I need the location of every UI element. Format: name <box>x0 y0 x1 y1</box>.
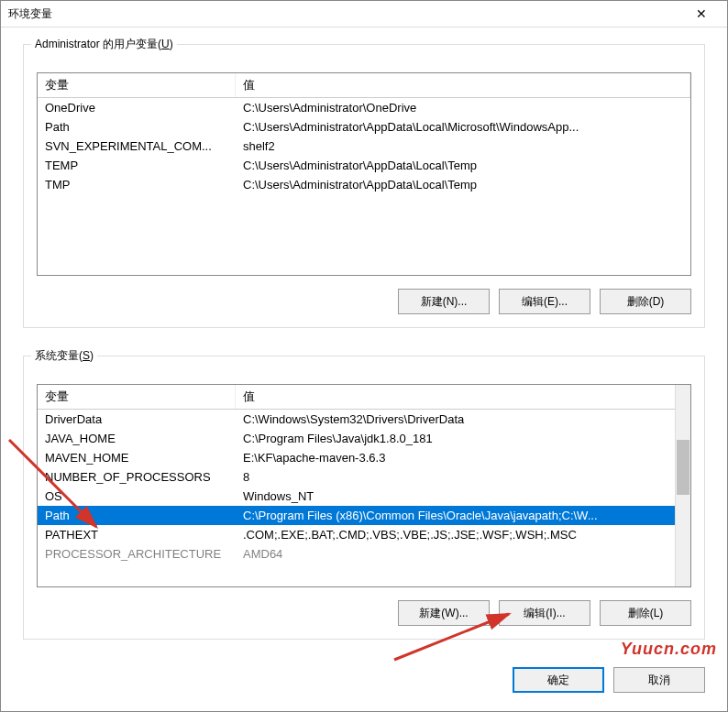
cell-variable-value: C:\Users\Administrator\OneDrive <box>236 98 690 117</box>
system-buttons: 新建(W)... 编辑(I)... 删除(L) <box>37 600 691 626</box>
system-variables-legend: 系统变量(S) <box>31 348 97 364</box>
user-edit-button[interactable]: 编辑(E)... <box>499 289 590 314</box>
cell-variable-value: shelf2 <box>236 137 690 156</box>
col-value[interactable]: 值 <box>236 73 690 97</box>
system-new-button[interactable]: 新建(W)... <box>398 600 490 626</box>
cell-variable-value: C:\Users\Administrator\AppData\Local\Tem… <box>236 175 690 194</box>
cell-variable-name: DriverData <box>38 410 236 429</box>
user-new-button[interactable]: 新建(N)... <box>398 289 490 314</box>
cell-variable-name: TEMP <box>38 156 236 175</box>
table-row[interactable]: PathC:\Users\Administrator\AppData\Local… <box>38 117 690 137</box>
col-value[interactable]: 值 <box>236 385 690 409</box>
cancel-button[interactable]: 取消 <box>613 667 705 693</box>
table-header: 变量 值 <box>38 385 690 410</box>
table-row[interactable]: OneDriveC:\Users\Administrator\OneDrive <box>38 98 690 117</box>
user-variables-group: Administrator 的用户变量(U) 变量 值 OneDriveC:\U… <box>23 44 705 328</box>
titlebar: 环境变量 ✕ <box>1 1 727 27</box>
table-row[interactable]: JAVA_HOMEC:\Program Files\Java\jdk1.8.0_… <box>38 429 690 448</box>
cell-variable-name: MAVEN_HOME <box>38 448 236 467</box>
cell-variable-name: NUMBER_OF_PROCESSORS <box>38 467 236 487</box>
env-vars-dialog: 环境变量 ✕ Administrator 的用户变量(U) 变量 值 OneDr… <box>0 0 728 712</box>
window-title: 环境变量 <box>8 6 683 22</box>
dialog-footer: 确定 取消 <box>1 667 727 711</box>
cell-variable-value: E:\KF\apache-maven-3.6.3 <box>236 448 690 467</box>
cell-variable-value: C:\Program Files\Java\jdk1.8.0_181 <box>236 429 690 448</box>
cell-variable-value: C:\Windows\System32\Drivers\DriverData <box>236 410 690 429</box>
system-variables-group: 系统变量(S) 变量 值 DriverDataC:\Windows\System… <box>23 356 705 640</box>
table-row[interactable]: TMPC:\Users\Administrator\AppData\Local\… <box>38 175 690 194</box>
watermark: Yuucn.com <box>621 640 717 659</box>
cell-variable-name: TMP <box>38 175 236 194</box>
ok-button[interactable]: 确定 <box>513 667 604 693</box>
scrollbar-thumb[interactable] <box>677 440 689 495</box>
table-row[interactable]: DriverDataC:\Windows\System32\Drivers\Dr… <box>38 410 690 429</box>
close-icon[interactable]: ✕ <box>683 6 720 21</box>
table-row[interactable]: SVN_EXPERIMENTAL_COM...shelf2 <box>38 137 690 156</box>
cell-variable-name: OneDrive <box>38 98 236 117</box>
cell-variable-name: Path <box>38 117 236 137</box>
col-variable[interactable]: 变量 <box>38 385 236 409</box>
cell-variable-name: Path <box>38 506 236 525</box>
cell-variable-value: C:\Program Files (x86)\Common Files\Orac… <box>236 506 690 525</box>
table-row[interactable]: MAVEN_HOMEE:\KF\apache-maven-3.6.3 <box>38 448 690 467</box>
cell-variable-value: C:\Users\Administrator\AppData\Local\Mic… <box>236 117 690 137</box>
table-row[interactable]: PROCESSOR_ARCHITECTUREAMD64 <box>38 544 690 564</box>
cell-variable-name: SVN_EXPERIMENTAL_COM... <box>38 137 236 156</box>
table-row[interactable]: NUMBER_OF_PROCESSORS8 <box>38 467 690 487</box>
table-header: 变量 值 <box>38 73 690 98</box>
cell-variable-name: PROCESSOR_ARCHITECTURE <box>38 544 236 564</box>
system-variables-table[interactable]: 变量 值 DriverDataC:\Windows\System32\Drive… <box>37 384 691 587</box>
user-variables-table[interactable]: 变量 值 OneDriveC:\Users\Administrator\OneD… <box>37 72 691 276</box>
col-variable[interactable]: 变量 <box>38 73 236 97</box>
cell-variable-value: C:\Users\Administrator\AppData\Local\Tem… <box>236 156 690 175</box>
user-variables-legend: Administrator 的用户变量(U) <box>31 37 177 52</box>
cell-variable-value: Windows_NT <box>236 487 690 506</box>
system-delete-button[interactable]: 删除(L) <box>600 600 691 626</box>
system-edit-button[interactable]: 编辑(I)... <box>499 600 590 626</box>
scrollbar-vertical[interactable] <box>675 385 690 586</box>
table-row[interactable]: OSWindows_NT <box>38 487 690 506</box>
table-row[interactable]: PathC:\Program Files (x86)\Common Files\… <box>38 506 690 525</box>
cell-variable-name: PATHEXT <box>38 525 236 544</box>
table-row[interactable]: PATHEXT.COM;.EXE;.BAT;.CMD;.VBS;.VBE;.JS… <box>38 525 690 544</box>
cell-variable-value: AMD64 <box>236 544 690 564</box>
cell-variable-name: OS <box>38 487 236 506</box>
user-delete-button[interactable]: 删除(D) <box>600 289 691 314</box>
dialog-body: Administrator 的用户变量(U) 变量 值 OneDriveC:\U… <box>1 27 727 667</box>
table-row[interactable]: TEMPC:\Users\Administrator\AppData\Local… <box>38 156 690 175</box>
cell-variable-name: JAVA_HOME <box>38 429 236 448</box>
cell-variable-value: 8 <box>236 467 690 487</box>
user-buttons: 新建(N)... 编辑(E)... 删除(D) <box>37 289 691 314</box>
cell-variable-value: .COM;.EXE;.BAT;.CMD;.VBS;.VBE;.JS;.JSE;.… <box>236 525 690 544</box>
